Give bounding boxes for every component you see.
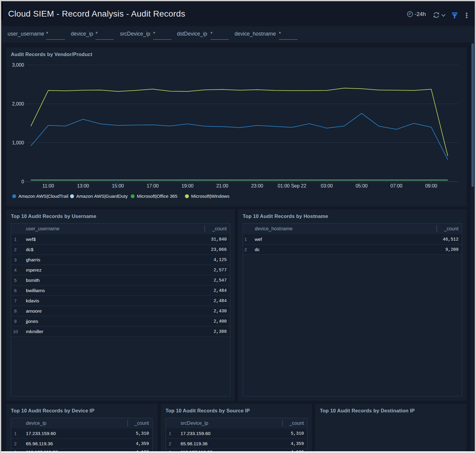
svg-text:1,000: 1,000 <box>12 140 24 145</box>
svg-text:3,000: 3,000 <box>12 62 24 68</box>
svg-text:Amazon AWS|CloudTrail: Amazon AWS|CloudTrail <box>18 194 68 199</box>
svg-text:-24h: -24h <box>415 11 426 17</box>
svg-text:03:00: 03:00 <box>321 183 333 188</box>
svg-text:05:00: 05:00 <box>355 183 367 188</box>
svg-text:15:00: 15:00 <box>112 183 124 188</box>
svg-text:09:00: 09:00 <box>425 183 437 188</box>
svg-text:11:00: 11:00 <box>43 183 54 188</box>
svg-text:13:00: 13:00 <box>77 183 89 188</box>
svg-text:01:00 Sep 22: 01:00 Sep 22 <box>278 183 306 188</box>
svg-text:Microsoft|Office 365: Microsoft|Office 365 <box>137 194 178 199</box>
svg-text:Microsoft|Windows: Microsoft|Windows <box>191 194 230 199</box>
svg-text:2,000: 2,000 <box>12 101 24 106</box>
svg-text:Amazon AWS|GuardDuty: Amazon AWS|GuardDuty <box>76 194 128 199</box>
svg-text:07:00: 07:00 <box>390 183 402 188</box>
svg-text:19:00: 19:00 <box>181 183 194 188</box>
svg-text:23:00: 23:00 <box>251 183 263 188</box>
svg-text:0: 0 <box>21 179 24 184</box>
svg-text:17:00: 17:00 <box>147 183 159 188</box>
svg-text:21:00: 21:00 <box>216 183 228 188</box>
